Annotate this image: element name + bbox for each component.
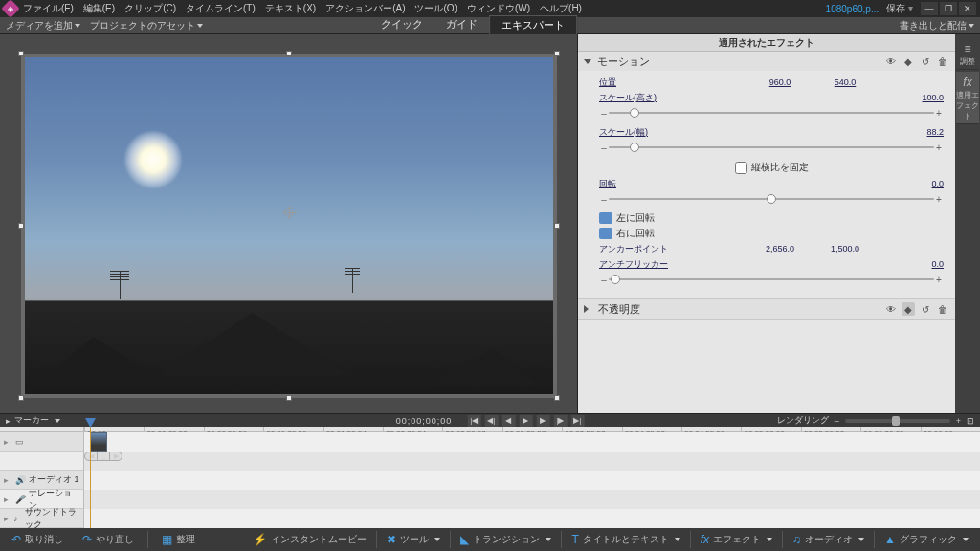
zoom-out-icon[interactable]: – <box>835 416 839 426</box>
prev-frame-button[interactable]: ◀ <box>501 415 515 427</box>
resize-handle[interactable] <box>286 395 292 401</box>
delete-icon[interactable]: 🗑 <box>936 302 949 316</box>
scale-h-label: スケール(高さ) <box>599 92 681 104</box>
step-back-button[interactable]: ◀| <box>484 415 498 427</box>
menu-text[interactable]: テキスト(X) <box>265 2 316 15</box>
ruler-tick: 00;05;59;58 <box>801 427 860 431</box>
transition-button[interactable]: ◣トランジション <box>455 531 557 548</box>
tab-expert[interactable]: エキスパート <box>489 15 577 35</box>
opacity-section: 不透明度 👁 ◆ ↺ 🗑 <box>578 299 955 320</box>
rotate-right-icon[interactable] <box>599 228 612 239</box>
opacity-label: 不透明度 <box>598 302 640 317</box>
zoom-in-icon[interactable]: + <box>956 416 961 426</box>
video-track-header[interactable]: ▸▭ <box>0 432 83 452</box>
audio-button[interactable]: ♫オーディオ <box>787 531 870 548</box>
menu-help[interactable]: ヘルプ(H) <box>540 2 582 15</box>
position-x[interactable]: 960.0 <box>759 77 801 87</box>
step-fwd-button[interactable]: |▶ <box>553 415 567 427</box>
scale-w-value[interactable]: 88.2 <box>926 127 944 137</box>
window-maximize-button[interactable]: ❐ <box>940 2 957 15</box>
expand-icon[interactable] <box>584 305 592 313</box>
delete-icon[interactable]: 🗑 <box>936 55 949 68</box>
keyframe-icon[interactable]: ◆ <box>902 55 915 68</box>
rotate-left-row[interactable]: 左に回転 <box>599 210 944 226</box>
lock-aspect-row[interactable]: 縦横比を固定 <box>599 159 944 176</box>
rotation-slider[interactable]: –+ <box>599 191 944 207</box>
collapse-icon[interactable] <box>584 59 591 64</box>
rotation-value[interactable]: 0.0 <box>931 179 944 188</box>
sound-track-header[interactable]: ▸♪サウンドトラック <box>0 509 83 528</box>
window-minimize-button[interactable]: — <box>921 2 938 15</box>
playhead[interactable] <box>90 418 91 528</box>
eye-icon[interactable]: 👁 <box>884 55 898 68</box>
tools-button[interactable]: ✖ツール <box>381 531 446 548</box>
motion-label: モーション <box>597 55 650 69</box>
graphics-button[interactable]: ▲グラフィック <box>879 531 974 548</box>
zoom-slider[interactable] <box>845 419 950 423</box>
menu-actionbar[interactable]: アクションバー(A) <box>325 2 405 15</box>
opacity-header[interactable]: 不透明度 👁 ◆ ↺ 🗑 <box>578 299 955 319</box>
scale-w-slider[interactable]: –+ <box>599 140 944 155</box>
anchor-point-icon[interactable] <box>284 208 294 217</box>
resize-handle[interactable] <box>286 51 292 56</box>
anchor-x[interactable]: 2,656.0 <box>759 244 801 253</box>
instant-movie-button[interactable]: ⚡インスタントムービー <box>247 531 372 548</box>
anchor-y[interactable]: 1,500.0 <box>824 244 866 253</box>
position-y[interactable]: 540.0 <box>824 77 866 87</box>
redo-button[interactable]: ↷やり直し <box>77 531 140 548</box>
track-area[interactable]: ◀⎯▶ <box>84 432 980 528</box>
fit-icon[interactable]: ⊡ <box>967 416 974 426</box>
project-name[interactable]: 1080p60,p... <box>826 4 880 14</box>
resize-handle[interactable] <box>18 395 24 401</box>
resize-handle[interactable] <box>18 51 24 56</box>
antiflicker-label: アンチフリッカー <box>599 258 681 271</box>
marker-button[interactable]: ▸ マーカー <box>6 414 60 427</box>
rotate-left-icon[interactable] <box>599 212 612 224</box>
timecode-display[interactable]: 00;00;00;00 <box>396 416 453 426</box>
export-button[interactable]: 書き出しと配信 <box>900 20 974 31</box>
scale-h-slider[interactable]: –+ <box>599 105 944 121</box>
goto-start-button[interactable]: |◀ <box>467 415 480 427</box>
adjust-tool[interactable]: ≡調整 <box>956 38 979 70</box>
video-clip[interactable] <box>90 432 107 452</box>
menu-tools[interactable]: ツール(O) <box>414 2 457 15</box>
motion-header[interactable]: モーション 👁 ◆ ↺ 🗑 <box>578 52 955 71</box>
applied-effects-tool[interactable]: fx適用エフェクト <box>956 72 979 124</box>
reset-icon[interactable]: ↺ <box>919 302 932 316</box>
organize-button[interactable]: ▦整理 <box>156 531 201 548</box>
add-media-button[interactable]: メディアを追加 <box>6 19 80 33</box>
titles-button[interactable]: Tタイトルとテキスト <box>566 531 685 548</box>
preview-canvas[interactable] <box>21 54 557 398</box>
ruler-tick: 00;00;29;58 <box>144 427 203 431</box>
window-close-button[interactable]: ✕ <box>959 2 976 15</box>
menu-clip[interactable]: クリップ(C) <box>124 2 176 15</box>
keyframe-icon[interactable]: ◆ <box>902 302 915 316</box>
eye-icon[interactable]: 👁 <box>884 302 898 316</box>
resize-handle[interactable] <box>554 223 560 229</box>
menu-timeline[interactable]: タイムライン(T) <box>186 2 256 15</box>
ruler-tick: 00;03;59;57 <box>562 427 621 431</box>
menu-file[interactable]: ファイル(F) <box>23 2 74 15</box>
lock-aspect-checkbox[interactable] <box>735 162 747 174</box>
resize-handle[interactable] <box>18 223 24 229</box>
undo-button[interactable]: ↶取り消し <box>6 531 69 548</box>
menu-edit[interactable]: 編集(E) <box>83 2 115 15</box>
resize-handle[interactable] <box>554 51 560 56</box>
play-button[interactable]: ▶ <box>519 415 532 427</box>
antiflicker-value[interactable]: 0.0 <box>931 259 944 269</box>
goto-end-button[interactable]: ▶| <box>570 415 584 427</box>
antiflicker-slider[interactable]: –+ <box>599 272 944 287</box>
render-button[interactable]: レンダリング <box>777 414 829 427</box>
menu-window[interactable]: ウィンドウ(W) <box>467 2 530 15</box>
next-frame-button[interactable]: ▶ <box>536 415 549 427</box>
ruler-tick: 00;01;29;56 <box>263 427 323 431</box>
resize-handle[interactable] <box>554 395 560 401</box>
rotate-right-row[interactable]: 右に回転 <box>599 226 944 241</box>
effects-button[interactable]: fxエフェクト <box>695 531 778 548</box>
tab-guide[interactable]: ガイド <box>434 15 489 35</box>
tab-quick[interactable]: クイック <box>369 15 434 35</box>
project-assets-button[interactable]: プロジェクトのアセット <box>90 19 203 33</box>
scale-h-value[interactable]: 100.0 <box>922 93 944 102</box>
reset-icon[interactable]: ↺ <box>919 55 932 68</box>
save-label[interactable]: 保存 ▾ <box>886 2 913 15</box>
